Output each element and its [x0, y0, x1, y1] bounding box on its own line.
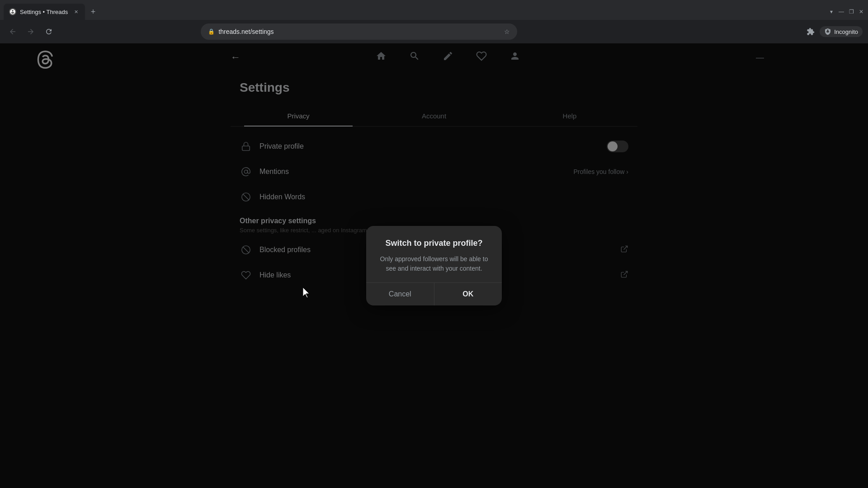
close-button[interactable]: ✕ — [858, 9, 864, 15]
refresh-button[interactable] — [42, 24, 56, 39]
back-button[interactable] — [5, 24, 20, 39]
lock-icon: 🔒 — [208, 28, 215, 35]
active-tab[interactable]: Settings • Threads ✕ — [4, 4, 85, 20]
dialog-body: Switch to private profile? Only approved… — [366, 226, 502, 282]
maximize-button[interactable]: ❐ — [848, 9, 854, 15]
browser-toolbar-right: Incognito — [803, 24, 863, 39]
dialog-title: Switch to private profile? — [377, 239, 491, 248]
browser-chrome: Settings • Threads ✕ + ▾ — ❐ ✕ 🔒 threads… — [0, 0, 868, 43]
confirm-dialog: Switch to private profile? Only approved… — [366, 226, 502, 305]
tab-favicon — [9, 8, 16, 15]
tab-title: Settings • Threads — [20, 9, 69, 15]
tab-list-button[interactable]: ▾ — [828, 9, 835, 15]
tab-close-button[interactable]: ✕ — [72, 8, 80, 15]
dialog-overlay: Switch to private profile? Only approved… — [0, 43, 868, 488]
omnibox-bar: 🔒 threads.net/settings ☆ Incognito — [0, 20, 868, 43]
tab-bar: Settings • Threads ✕ + ▾ — ❐ ✕ — [0, 0, 868, 20]
forward-button[interactable] — [24, 24, 38, 39]
incognito-label: Incognito — [834, 28, 858, 35]
new-tab-button[interactable]: + — [87, 5, 99, 18]
minimize-button[interactable]: — — [838, 9, 844, 15]
tab-bar-controls: ▾ — ❐ ✕ — [828, 9, 864, 15]
extensions-button[interactable] — [803, 24, 818, 39]
ok-button[interactable]: OK — [434, 283, 502, 305]
cancel-button[interactable]: Cancel — [366, 283, 434, 305]
omnibox[interactable]: 🔒 threads.net/settings ☆ — [201, 23, 517, 40]
dialog-text: Only approved followers will be able to … — [377, 254, 491, 273]
incognito-badge: Incognito — [820, 26, 863, 37]
dialog-actions: Cancel OK — [366, 282, 502, 305]
url-text: threads.net/settings — [218, 28, 500, 35]
bookmark-icon[interactable]: ☆ — [504, 28, 510, 35]
page-content: ← — Settings Privacy — [0, 43, 868, 488]
